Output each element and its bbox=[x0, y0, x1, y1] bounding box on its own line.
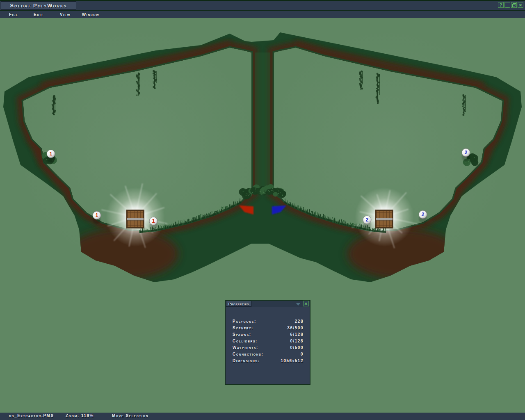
properties-panel-header[interactable]: Properties ✕ bbox=[226, 301, 310, 307]
window-title: Soldat PolyWorks bbox=[1, 1, 76, 10]
restore-button[interactable] bbox=[511, 2, 517, 8]
status-zoom-level: Zoom: 119% bbox=[66, 413, 94, 418]
menu-bar: File Edit View Window bbox=[0, 11, 525, 18]
property-value: 0/500 bbox=[290, 345, 304, 350]
status-filename: db_Extractor.PMS bbox=[9, 413, 54, 418]
crate-scenery[interactable] bbox=[126, 210, 144, 228]
property-row: Scenery:36/500 bbox=[226, 324, 310, 331]
minimize-button[interactable]: _ bbox=[504, 2, 510, 8]
window-controls: ? _ ✕ bbox=[498, 2, 523, 8]
close-button[interactable]: ✕ bbox=[518, 2, 523, 8]
property-label: Spawns: bbox=[233, 332, 251, 337]
spawn-marker-team-red[interactable]: 1 bbox=[47, 150, 55, 162]
menu-edit[interactable]: Edit bbox=[34, 12, 43, 17]
property-row: Connections:0 bbox=[226, 351, 310, 357]
properties-tab: Properties bbox=[226, 301, 251, 307]
svg-text:1: 1 bbox=[50, 151, 52, 157]
property-row: Waypoints:0/500 bbox=[226, 344, 310, 351]
property-label: Connections: bbox=[233, 352, 263, 356]
properties-close-button[interactable]: ✕ bbox=[303, 301, 309, 306]
property-row: Polygons:228 bbox=[226, 318, 310, 324]
property-label: Waypoints: bbox=[233, 345, 258, 350]
spawn-marker-team-blue[interactable]: 2 bbox=[363, 216, 371, 228]
properties-panel: Properties ✕ Polygons:228Scenery:36/500S… bbox=[225, 300, 310, 385]
spawn-marker-team-red[interactable]: 1 bbox=[149, 217, 158, 230]
restore-icon bbox=[512, 3, 516, 7]
property-value: 0/128 bbox=[290, 339, 304, 343]
title-bar[interactable]: Soldat PolyWorks ? _ ✕ bbox=[0, 1, 525, 11]
svg-text:2: 2 bbox=[422, 212, 425, 217]
property-label: Dimensions: bbox=[233, 358, 260, 363]
status-active-tool: Move Selection bbox=[112, 413, 148, 418]
svg-text:1: 1 bbox=[152, 218, 155, 224]
collapse-arrow-icon[interactable] bbox=[296, 303, 301, 306]
menu-view[interactable]: View bbox=[60, 12, 71, 17]
property-value: 36/500 bbox=[287, 326, 304, 330]
property-row: Spawns:6/128 bbox=[226, 331, 310, 338]
properties-rows: Polygons:228Scenery:36/500Spawns:6/128Co… bbox=[226, 318, 310, 364]
property-value: 0 bbox=[301, 352, 304, 356]
svg-text:2: 2 bbox=[366, 217, 369, 223]
spawn-marker-team-blue[interactable]: 2 bbox=[462, 148, 470, 161]
svg-text:2: 2 bbox=[465, 150, 468, 155]
property-value: 1056x512 bbox=[281, 358, 304, 363]
property-row: Colliders:0/128 bbox=[226, 338, 310, 344]
property-label: Polygons: bbox=[233, 319, 256, 324]
status-bar: db_Extractor.PMS Zoom: 119% Move Selecti… bbox=[0, 413, 525, 420]
svg-text:1: 1 bbox=[96, 212, 98, 218]
help-button[interactable]: ? bbox=[498, 2, 504, 8]
property-row: Dimensions:1056x512 bbox=[226, 357, 310, 364]
crate-scenery[interactable] bbox=[375, 210, 393, 228]
menu-window[interactable]: Window bbox=[82, 12, 100, 17]
spawn-marker-team-red[interactable]: 1 bbox=[93, 211, 101, 224]
app-window: Soldat PolyWorks ? _ ✕ File Edit View Wi… bbox=[0, 0, 525, 420]
property-value: 6/128 bbox=[290, 332, 304, 337]
menu-file[interactable]: File bbox=[9, 12, 18, 17]
map-editor-canvas[interactable]: 111222 Properties ✕ Polygons:228Scenery:… bbox=[0, 18, 525, 413]
property-label: Scenery: bbox=[233, 326, 253, 330]
spawn-marker-team-blue[interactable]: 2 bbox=[419, 210, 427, 223]
property-value: 228 bbox=[295, 319, 304, 324]
property-label: Colliders: bbox=[233, 339, 258, 343]
